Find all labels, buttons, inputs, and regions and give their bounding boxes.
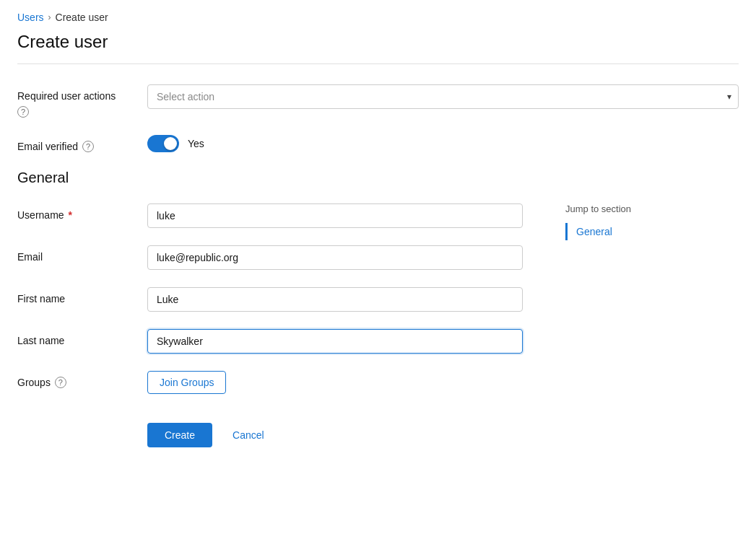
email-verified-toggle-label: Yes [188,138,204,149]
first-name-label: First name [17,293,147,304]
email-control [147,245,523,270]
username-row: Username * [17,203,551,228]
required-user-actions-label: Required user actions [17,90,147,102]
email-verified-toggle-row: Yes [147,135,523,152]
username-label: Username * [17,209,147,221]
required-user-actions-row: Required user actions ? Select action ▾ [17,84,739,118]
first-name-row: First name [17,287,551,312]
page-divider [17,63,739,64]
email-verified-label-col: Email verified ? [17,135,147,152]
breadcrumb-current: Create user [56,12,108,23]
email-verified-label: Email verified ? [17,141,147,152]
jump-to-general[interactable]: General [576,223,739,240]
groups-label: Groups ? [17,377,147,388]
jump-to-list: General [565,223,739,240]
general-section-title: General [17,170,739,186]
username-required-marker: * [69,209,72,221]
groups-label-col: Groups ? [17,371,147,388]
required-user-actions-help-icon[interactable]: ? [17,106,29,118]
first-name-control [147,287,523,312]
toggle-slider [147,135,179,152]
select-action-dropdown[interactable]: Select action [147,84,739,109]
last-name-label: Last name [17,335,147,346]
email-label: Email [17,251,147,263]
email-verified-help-icon[interactable]: ? [82,141,94,152]
jump-to-label: Jump to section [565,203,739,214]
last-name-label-col: Last name [17,329,147,346]
email-label-col: Email [17,245,147,263]
username-label-col: Username * [17,203,147,221]
email-verified-row: Email verified ? Yes [17,135,739,152]
general-form-left: Username * Email [17,203,551,411]
first-name-label-col: First name [17,287,147,304]
select-action-wrapper: Select action ▾ [147,84,739,109]
general-section-header: General [17,170,739,186]
last-name-control [147,329,523,354]
general-form-right: Jump to section General [551,203,739,411]
breadcrumb-separator: › [48,12,51,22]
general-form-area: Username * Email [17,203,739,411]
last-name-input[interactable] [147,329,523,354]
cancel-button[interactable]: Cancel [221,423,276,447]
username-control [147,203,523,228]
required-user-actions-label-col: Required user actions ? [17,84,147,118]
join-groups-button[interactable]: Join Groups [147,371,226,394]
create-button[interactable]: Create [147,423,212,447]
email-input[interactable] [147,245,523,270]
groups-control: Join Groups [147,371,523,394]
breadcrumb-users-link[interactable]: Users [17,12,44,23]
page-title: Create user [17,32,739,52]
breadcrumb: Users › Create user [17,12,739,23]
page-container: Users › Create user Create user Required… [0,0,756,459]
email-verified-toggle[interactable] [147,135,179,152]
email-row: Email [17,245,551,270]
action-row: Create Cancel [17,423,739,447]
first-name-input[interactable] [147,287,523,312]
groups-row: Groups ? Join Groups [17,371,551,394]
email-verified-control: Yes [147,135,523,152]
last-name-row: Last name [17,329,551,354]
groups-help-icon[interactable]: ? [55,377,66,388]
required-user-actions-control: Select action ▾ [147,84,739,109]
username-input[interactable] [147,203,523,228]
